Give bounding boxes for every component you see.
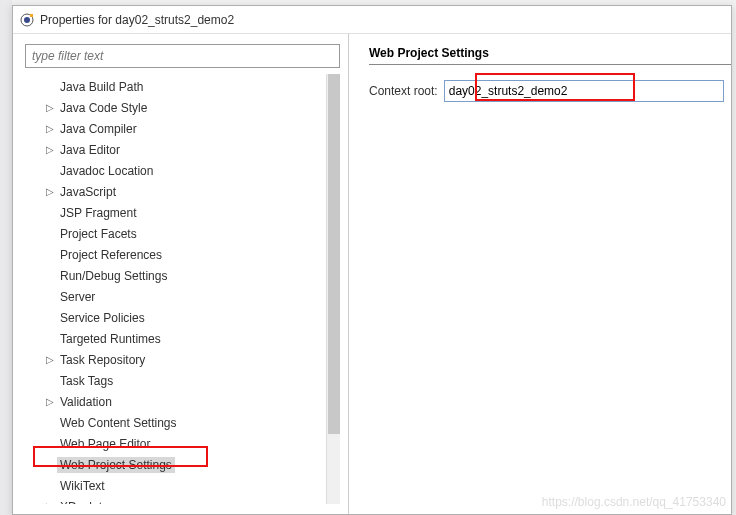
tree-item-label: Javadoc Location: [57, 163, 156, 179]
properties-tree[interactable]: Java Build Path▷Java Code Style▷Java Com…: [25, 74, 340, 504]
tree-item-label: Web Project Settings: [57, 457, 175, 473]
tree-scrollbar-thumb[interactable]: [328, 74, 340, 434]
tree-item-label: Web Page Editor: [57, 436, 154, 452]
tree-item[interactable]: Web Project Settings: [25, 454, 340, 475]
tree-item-label: Service Policies: [57, 310, 148, 326]
tree-item-label: Validation: [57, 394, 115, 410]
tree-item[interactable]: ▷Java Code Style: [25, 97, 340, 118]
context-root-row: Context root:: [369, 80, 731, 102]
tree-item[interactable]: WikiText: [25, 475, 340, 496]
watermark-text: https://blog.csdn.net/qq_41753340: [542, 495, 726, 509]
tree-item-label: Task Tags: [57, 373, 116, 389]
section-header: Web Project Settings: [369, 46, 731, 60]
tree-item[interactable]: Javadoc Location: [25, 160, 340, 181]
tree-item-label: Java Compiler: [57, 121, 140, 137]
tree-item[interactable]: Web Page Editor: [25, 433, 340, 454]
tree-item-label: WikiText: [57, 478, 108, 494]
expand-arrow-icon[interactable]: ▷: [43, 123, 57, 134]
expand-arrow-icon[interactable]: ▷: [43, 354, 57, 365]
expand-arrow-icon[interactable]: ▷: [43, 501, 57, 504]
tree-item-label: Web Content Settings: [57, 415, 180, 431]
tree-item-label: XDoclet: [57, 499, 105, 505]
svg-point-1: [24, 17, 30, 23]
tree-item[interactable]: ▷Task Repository: [25, 349, 340, 370]
section-divider: [369, 64, 731, 66]
tree-item[interactable]: ▷Java Editor: [25, 139, 340, 160]
tree-item[interactable]: Run/Debug Settings: [25, 265, 340, 286]
tree-item-label: Targeted Runtimes: [57, 331, 164, 347]
expand-arrow-icon[interactable]: ▷: [43, 396, 57, 407]
tree-item[interactable]: Java Build Path: [25, 76, 340, 97]
filter-input[interactable]: [25, 44, 340, 68]
tree-item-label: Project References: [57, 247, 165, 263]
expand-arrow-icon[interactable]: ▷: [43, 144, 57, 155]
properties-dialog: Properties for day02_struts2_demo2 Java …: [12, 5, 732, 515]
tree-item-label: Java Editor: [57, 142, 123, 158]
tree-item[interactable]: Web Content Settings: [25, 412, 340, 433]
tree-item-label: Run/Debug Settings: [57, 268, 170, 284]
title-bar[interactable]: Properties for day02_struts2_demo2: [13, 6, 731, 34]
tree-item-label: Java Build Path: [57, 79, 146, 95]
context-root-label: Context root:: [369, 84, 438, 98]
svg-rect-2: [30, 14, 33, 17]
tree-item-label: Project Facets: [57, 226, 140, 242]
tree-item[interactable]: JSP Fragment: [25, 202, 340, 223]
tree-item-label: Java Code Style: [57, 100, 150, 116]
tree-scroll-area: Java Build Path▷Java Code Style▷Java Com…: [25, 74, 340, 504]
tree-item[interactable]: Targeted Runtimes: [25, 328, 340, 349]
tree-scrollbar[interactable]: [326, 74, 340, 504]
tree-item-label: Task Repository: [57, 352, 148, 368]
tree-item[interactable]: Server: [25, 286, 340, 307]
context-root-input[interactable]: [444, 80, 724, 102]
tree-item[interactable]: ▷XDoclet: [25, 496, 340, 504]
app-icon: [19, 12, 35, 28]
tree-item[interactable]: ▷JavaScript: [25, 181, 340, 202]
expand-arrow-icon[interactable]: ▷: [43, 186, 57, 197]
tree-item[interactable]: ▷Validation: [25, 391, 340, 412]
tree-item-label: JSP Fragment: [57, 205, 139, 221]
tree-item[interactable]: Service Policies: [25, 307, 340, 328]
tree-item[interactable]: ▷Java Compiler: [25, 118, 340, 139]
tree-item[interactable]: Task Tags: [25, 370, 340, 391]
expand-arrow-icon[interactable]: ▷: [43, 102, 57, 113]
app-left-gutter: [0, 0, 12, 515]
right-pane: Web Project Settings Context root:: [349, 34, 731, 514]
tree-item-label: Server: [57, 289, 98, 305]
tree-item[interactable]: Project Facets: [25, 223, 340, 244]
tree-item[interactable]: Project References: [25, 244, 340, 265]
left-pane: Java Build Path▷Java Code Style▷Java Com…: [13, 34, 349, 514]
tree-item-label: JavaScript: [57, 184, 119, 200]
dialog-content: Java Build Path▷Java Code Style▷Java Com…: [13, 34, 731, 514]
window-title: Properties for day02_struts2_demo2: [40, 13, 234, 27]
